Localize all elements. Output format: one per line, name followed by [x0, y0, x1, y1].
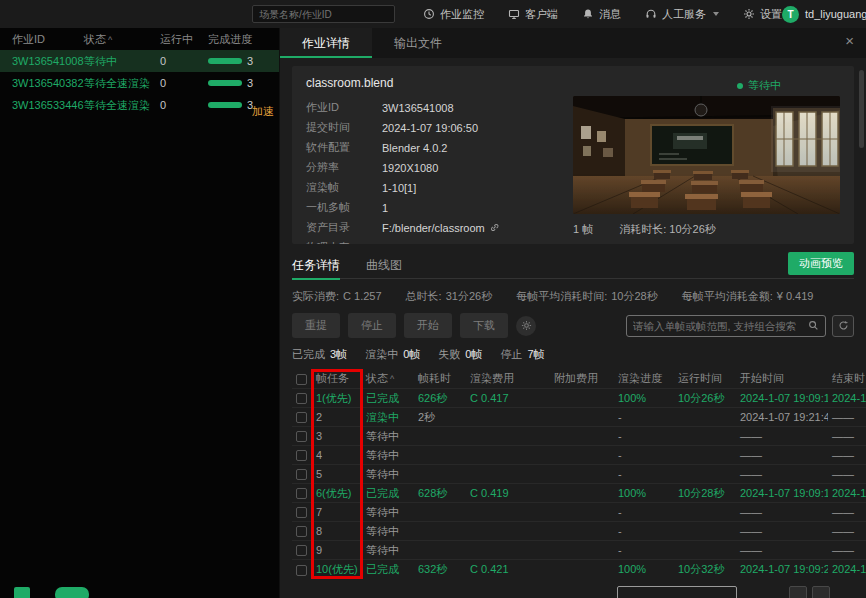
render-cost-cell: C 0.419: [466, 484, 550, 503]
frame-table-row[interactable]: 3 等待中 - —— ——: [292, 427, 866, 446]
frame-table-column-header[interactable]: 帧耗时: [414, 369, 466, 389]
row-checkbox[interactable]: [296, 412, 307, 423]
progress-bar: [208, 58, 242, 64]
job-list-row[interactable]: 3W136540382 等待全速渲染 0 3: [0, 72, 279, 94]
field-label: 渲染帧: [306, 180, 368, 195]
end-time-cell: ——: [828, 503, 866, 522]
pager-next-button[interactable]: [812, 586, 830, 598]
job-list-column-header[interactable]: 状态^: [84, 32, 160, 47]
job-list-row[interactable]: 3W136541008 等待中 0 3: [0, 50, 279, 72]
tab-curve-chart[interactable]: 曲线图: [366, 252, 402, 279]
row-checkbox[interactable]: [296, 545, 307, 556]
frame-table-row[interactable]: 9 等待中 - —— ——: [292, 541, 866, 560]
frame-task-cell: 7: [312, 503, 362, 522]
row-checkbox[interactable]: [296, 469, 307, 480]
frame-table-column-header[interactable]: 开始时间: [736, 369, 828, 389]
row-checkbox-cell: [292, 503, 312, 522]
row-checkbox[interactable]: [296, 393, 307, 404]
row-checkbox[interactable]: [296, 526, 307, 537]
chevron-down-icon: [713, 12, 719, 16]
frame-search-input[interactable]: [633, 320, 802, 332]
frame-table-row[interactable]: 10(优先) 已完成 632秒 C 0.421 100% 10分32秒 2024…: [292, 560, 866, 579]
tab-output-files[interactable]: 输出文件: [372, 28, 464, 58]
render-progress-cell: -: [614, 522, 674, 541]
scrollbar[interactable]: [859, 70, 864, 148]
nav-settings[interactable]: 设置: [743, 7, 782, 22]
job-list-row[interactable]: 3W136533446 等待全速渲染 0 3: [0, 94, 279, 116]
extra-cost-cell: [550, 541, 614, 560]
row-checkbox[interactable]: [296, 565, 307, 576]
job-list-column-header[interactable]: 运行中: [160, 32, 208, 47]
field-value: 3W136541008: [382, 100, 576, 115]
frame-time-cell: 628秒: [414, 484, 466, 503]
select-all-checkbox[interactable]: [296, 374, 307, 385]
runtime-cell: [674, 522, 736, 541]
frame-table-column-header[interactable]: 渲染进度: [614, 369, 674, 389]
tab-task-details[interactable]: 任务详情: [292, 252, 340, 279]
global-search[interactable]: [252, 5, 395, 23]
row-checkbox[interactable]: [296, 450, 307, 461]
stat-item: 总时长:31分26秒: [406, 289, 493, 304]
frame-table-column-header[interactable]: 渲染费用: [466, 369, 550, 389]
field-value: F:/blender/classroom: [382, 220, 576, 235]
accelerate-link[interactable]: 加速: [252, 104, 274, 119]
frame-summary-row: 已完成3帧 渲染中0帧 失败0帧 停止7帧: [292, 347, 854, 362]
frame-action-button[interactable]: 下载: [460, 313, 508, 338]
pager-prev-button[interactable]: [789, 586, 807, 598]
global-search-input[interactable]: [259, 9, 388, 20]
row-checkbox[interactable]: [296, 431, 307, 442]
end-time-cell: ——: [828, 446, 866, 465]
frame-status-cell: 等待中: [362, 522, 414, 541]
progress-text: 3: [247, 55, 253, 67]
user-menu[interactable]: T td_liyuguangcn: [782, 6, 866, 23]
job-list-column-header[interactable]: 完成进度: [208, 32, 279, 47]
row-checkbox[interactable]: [296, 488, 307, 499]
job-list-panel: 作业ID 状态^ 运行中 完成进度 3W136541008 等待中 0 3: [0, 28, 279, 598]
frame-table-row[interactable]: 1(优先) 已完成 626秒 C 0.417 100% 10分26秒 2024-…: [292, 389, 866, 408]
frame-table-row[interactable]: 6(优先) 已完成 628秒 C 0.419 100% 10分28秒 2024-…: [292, 484, 866, 503]
refresh-button[interactable]: [832, 315, 854, 337]
frame-table-row[interactable]: 4 等待中 - —— ——: [292, 446, 866, 465]
frame-action-button[interactable]: 开始: [404, 313, 452, 338]
frame-table-column-header[interactable]: 附加费用: [550, 369, 614, 389]
nav-support[interactable]: 人工服务: [645, 7, 719, 22]
frame-search: [626, 315, 854, 337]
row-checkbox[interactable]: [296, 507, 307, 518]
frame-table-column-header[interactable]: 帧任务: [312, 369, 362, 389]
frame-action-button[interactable]: 重提: [292, 313, 340, 338]
render-cost-cell: [466, 503, 550, 522]
frame-search-box[interactable]: [626, 315, 826, 337]
bottom-left-icon-button[interactable]: [14, 587, 30, 598]
render-progress-cell: 100%: [614, 484, 674, 503]
nav-job-monitor[interactable]: 作业监控: [423, 7, 484, 22]
frame-table-row[interactable]: 2 渲染中 2秒 - 2024-1-07 19:21:41 ——: [292, 408, 866, 427]
frame-table-column-header[interactable]: 运行时间: [674, 369, 736, 389]
frame-table-row[interactable]: 5 等待中 - —— ——: [292, 465, 866, 484]
frame-table-row[interactable]: 7 等待中 - —— ——: [292, 503, 866, 522]
frame-time-cell: 632秒: [414, 560, 466, 579]
bottom-wide-button[interactable]: [617, 586, 737, 598]
frame-action-button[interactable]: 停止: [348, 313, 396, 338]
job-info-card: classroom.blend 等待中 作业ID3W136541008 提交时间…: [292, 66, 854, 244]
tab-job-details[interactable]: 作业详情: [280, 28, 372, 58]
job-list-column-header[interactable]: 作业ID: [12, 32, 84, 47]
nav-messages[interactable]: 消息: [582, 7, 621, 22]
runtime-cell: [674, 503, 736, 522]
frame-task-cell: 5: [312, 465, 362, 484]
download-settings-button[interactable]: [516, 316, 536, 336]
render-farm-app: 作业监控 客户端 消息: [0, 0, 866, 598]
frame-table-row[interactable]: 8 等待中 - —— ——: [292, 522, 866, 541]
render-preview-image[interactable]: [573, 96, 840, 214]
frame-table-column-header[interactable]: 状态^: [362, 369, 414, 389]
link-icon[interactable]: [489, 222, 500, 233]
close-icon[interactable]: ×: [845, 33, 854, 48]
animation-preview-button[interactable]: 动画预览: [788, 252, 854, 275]
field-value: 1920X1080: [382, 160, 576, 175]
nav-client[interactable]: 客户端: [508, 7, 558, 22]
render-cost-cell: [466, 446, 550, 465]
bottom-left-button[interactable]: [55, 587, 89, 598]
frame-table-column-header[interactable]: 结束时: [828, 369, 866, 389]
render-preview: 1 帧 消耗时长: 10分26秒: [573, 96, 840, 237]
frame-task-cell: 8: [312, 522, 362, 541]
render-progress-cell: -: [614, 446, 674, 465]
